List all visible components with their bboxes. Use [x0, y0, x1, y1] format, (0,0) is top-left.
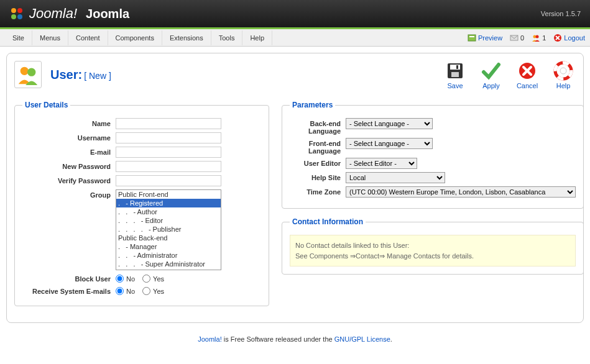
newpass-label: New Password	[22, 161, 116, 170]
page-subtitle: [ New ]	[84, 71, 111, 81]
email-input[interactable]	[116, 147, 221, 158]
timezone-label: Time Zone	[290, 186, 346, 196]
menu-site[interactable]: Site	[5, 30, 32, 45]
save-button[interactable]: Save	[443, 61, 468, 89]
page-title-block: User: [ New ]	[14, 61, 111, 88]
group-option[interactable]: . - Registered	[116, 199, 221, 207]
receive-no-radio[interactable]	[116, 287, 124, 295]
group-option[interactable]: . . - Author	[116, 207, 221, 216]
menu-content[interactable]: Content	[68, 30, 108, 45]
svg-point-19	[560, 68, 566, 74]
user-editor-label: User Editor	[290, 158, 346, 167]
helpsite-label: Help Site	[290, 172, 346, 181]
cancel-button[interactable]: Cancel	[515, 61, 540, 89]
preview-link[interactable]: Preview	[468, 34, 502, 42]
svg-rect-4	[468, 35, 476, 41]
menu-menus[interactable]: Menus	[32, 30, 68, 45]
receive-yes-label: Yes	[153, 288, 164, 295]
footer-joomla-link[interactable]: Joomla!	[198, 335, 222, 343]
svg-point-11	[27, 68, 35, 76]
page-title: User:	[50, 68, 82, 81]
users-status[interactable]: 1	[532, 34, 546, 42]
group-option[interactable]: . . - Administrator	[116, 251, 221, 260]
svg-rect-15	[456, 65, 458, 69]
block-label: Block User	[22, 273, 116, 283]
username-input[interactable]	[116, 132, 221, 143]
contact-line2: See Components ⇒Contact⇒ Manage Contacts…	[295, 251, 570, 262]
timezone-select[interactable]: (UTC 00:00) Western Europe Time, London,…	[346, 186, 576, 198]
help-button[interactable]: Help	[551, 61, 576, 89]
menu-status: Preview 0 1 Logout	[468, 34, 585, 42]
backend-lang-label: Back-end Language	[290, 118, 346, 135]
group-option[interactable]: . . . - Editor	[116, 216, 221, 225]
helpsite-select[interactable]: Local	[346, 172, 445, 183]
contact-line1: No Contact details linked to this User:	[295, 240, 570, 251]
save-icon	[445, 61, 465, 81]
users-icon	[532, 34, 540, 42]
group-label: Group	[22, 189, 116, 199]
footer: Joomla! is Free Software released under …	[0, 329, 590, 349]
group-option[interactable]: . . . . - Publisher	[116, 225, 221, 234]
block-yes-label: Yes	[153, 275, 164, 283]
newpass-input[interactable]	[116, 161, 221, 172]
svg-point-0	[11, 8, 16, 13]
group-option[interactable]: . - Manager	[116, 242, 221, 251]
receive-no-label: No	[126, 288, 135, 295]
toolbar: Save Apply Cancel Help	[443, 61, 576, 89]
logout-link[interactable]: Logout	[553, 34, 585, 42]
mail-icon	[510, 34, 519, 42]
contact-fieldset: Contact Information No Contact details l…	[282, 217, 584, 275]
menu-components[interactable]: Components	[108, 30, 162, 45]
svg-rect-5	[469, 36, 474, 37]
logo-text: Joomla!	[29, 6, 77, 22]
block-no-radio[interactable]	[116, 275, 124, 283]
email-label: E-mail	[22, 147, 116, 156]
frontend-lang-label: Front-end Language	[290, 138, 346, 155]
menu-help[interactable]: Help	[242, 30, 272, 45]
footer-suffix: .	[390, 335, 392, 343]
logout-icon	[553, 34, 562, 42]
group-option[interactable]: Public Front-end	[116, 190, 221, 199]
block-yes-radio[interactable]	[142, 275, 150, 283]
parameters-legend: Parameters	[290, 101, 335, 109]
contact-legend: Contact Information	[290, 217, 366, 226]
messages-status[interactable]: 0	[510, 34, 524, 42]
svg-point-1	[17, 8, 22, 13]
header-bar: Joomla! Joomla Version 1.5.7	[0, 0, 590, 29]
svg-point-8	[536, 35, 539, 38]
footer-mid: is Free Software released under the	[222, 335, 334, 343]
cancel-icon	[517, 61, 537, 81]
menu-tools[interactable]: Tools	[211, 30, 243, 45]
help-icon	[553, 61, 573, 81]
page-panel: User: [ New ] Save Apply Cancel Help	[6, 53, 584, 323]
menu-extensions[interactable]: Extensions	[162, 30, 211, 45]
name-input[interactable]	[116, 118, 221, 129]
vpass-input[interactable]	[116, 175, 221, 186]
vpass-label: Verify Password	[22, 175, 116, 184]
menubar: Site Menus Content Components Extensions…	[0, 29, 590, 47]
version-label: Version 1.5.7	[541, 10, 581, 17]
footer-license-link[interactable]: GNU/GPL License	[334, 335, 390, 343]
backend-lang-select[interactable]: - Select Language -	[346, 118, 433, 129]
preview-icon	[468, 34, 476, 42]
user-details-fieldset: User Details Name Username E-mail New Pa…	[14, 101, 269, 306]
block-no-label: No	[126, 275, 135, 283]
group-option[interactable]: Public Back-end	[116, 234, 221, 242]
group-option[interactable]: . . . - Super Administrator	[116, 260, 221, 268]
apply-button[interactable]: Apply	[479, 61, 504, 89]
svg-point-2	[11, 14, 16, 19]
user-editor-select[interactable]: - Select Editor -	[346, 158, 417, 169]
contact-info-box: No Contact details linked to this User: …	[290, 235, 576, 266]
username-label: Username	[22, 132, 116, 142]
group-listbox[interactable]: Public Front-end. - Registered. . - Auth…	[116, 189, 221, 270]
user-page-icon	[14, 61, 42, 88]
receive-yes-radio[interactable]	[142, 287, 150, 295]
parameters-fieldset: Parameters Back-end Language - Select La…	[282, 101, 584, 209]
frontend-lang-select[interactable]: - Select Language -	[346, 138, 433, 149]
site-name: Joomla	[86, 7, 129, 21]
svg-point-10	[21, 67, 29, 75]
joomla-logo-icon	[9, 6, 24, 21]
svg-rect-13	[450, 65, 460, 70]
svg-point-3	[17, 14, 22, 19]
receive-label: Receive System E-mails	[22, 286, 116, 295]
